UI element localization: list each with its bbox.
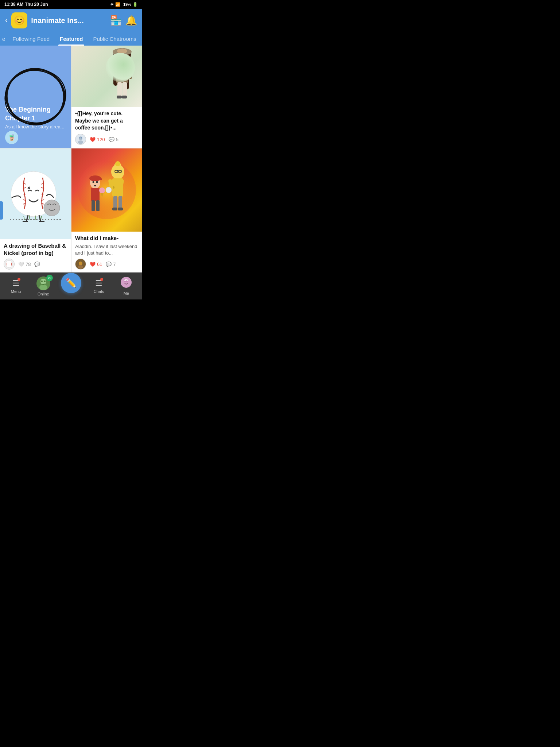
brightness-icon: ☀ xyxy=(110,2,114,7)
svg-point-37 xyxy=(115,161,120,166)
svg-point-69 xyxy=(44,280,46,282)
nav-menu[interactable]: ☰ Menu xyxy=(6,279,26,294)
nav-chats[interactable]: ☰ Chats xyxy=(89,279,109,294)
baseball-body: A drawing of Baseball & Nickel (proof in… xyxy=(0,239,71,272)
status-icons: ☀ 📶 19% 🔋 xyxy=(110,2,138,7)
svg-rect-48 xyxy=(118,208,123,210)
svg-point-67 xyxy=(39,285,47,290)
baseball-meta: 🤍 78 💬 xyxy=(4,259,67,270)
aladdin-comments: 💬 7 xyxy=(106,262,116,267)
svg-rect-45 xyxy=(113,196,117,209)
svg-point-56 xyxy=(94,185,96,186)
svg-rect-16 xyxy=(117,96,122,98)
chats-icon: ☰ xyxy=(95,279,102,288)
svg-point-64 xyxy=(78,265,83,269)
svg-point-59 xyxy=(99,187,105,193)
svg-point-0 xyxy=(4,67,67,126)
card-beginning[interactable]: The Beginning Chapter 1 As all know the … xyxy=(0,46,71,148)
svg-point-54 xyxy=(93,181,94,183)
svg-rect-60 xyxy=(92,200,95,211)
aladdin-image xyxy=(71,148,142,232)
svg-point-49 xyxy=(106,187,112,193)
svg-point-76 xyxy=(126,283,127,285)
card-aladdin[interactable]: What did I make- Aladdin. I saw it last … xyxy=(71,148,142,272)
me-avatar-icon xyxy=(121,277,132,290)
tab-partial[interactable]: e xyxy=(0,32,7,46)
battery-percent: 19% xyxy=(123,2,131,7)
svg-point-63 xyxy=(79,262,82,265)
feed-grid: The Beginning Chapter 1 As all know the … xyxy=(0,46,142,272)
header-icons: 🏪 🔔 xyxy=(110,15,137,26)
coffee-body: •{[]Hey, you're cute. Maybe we can get a… xyxy=(71,107,142,148)
svg-rect-73 xyxy=(124,281,128,282)
comment-icon: 💬 xyxy=(109,137,114,142)
pencil-icon: ✏️ xyxy=(66,278,77,288)
wifi-icon: 📶 xyxy=(115,2,120,7)
aladdin-avatar xyxy=(75,259,86,270)
charging-icon: 🔋 xyxy=(133,2,138,7)
aladdin-svg xyxy=(78,154,136,227)
status-time-date: 11:38 AM Thu 20 Jun xyxy=(4,2,48,7)
svg-rect-61 xyxy=(96,200,100,211)
heart-icon: ❤️ xyxy=(90,137,96,142)
aladdin-body: What did I make- Aladdin. I saw it last … xyxy=(71,232,142,272)
back-button[interactable]: ‹ xyxy=(5,16,8,25)
svg-point-23 xyxy=(79,136,82,140)
aladdin-desc: Aladdin. I saw it last weekend and I jus… xyxy=(75,243,139,256)
scroll-indicator xyxy=(0,201,3,220)
svg-point-26 xyxy=(81,138,82,139)
coffee-meta: ❤️ 120 💬 5 xyxy=(75,134,139,145)
svg-point-68 xyxy=(41,280,43,282)
baseball-characters-svg xyxy=(6,161,65,227)
shop-icon[interactable]: 🏪 xyxy=(110,15,122,26)
svg-point-75 xyxy=(125,283,126,284)
online-avatar-container: 29 xyxy=(36,276,51,291)
notification-bell-icon[interactable]: 🔔 xyxy=(125,15,137,26)
baseball-avatar xyxy=(4,259,15,270)
coffee-title: •{[]Hey, you're cute. Maybe we can get a… xyxy=(75,110,139,132)
baseball-likes: 🤍 78 xyxy=(18,262,31,267)
app-title: Inanimate Ins... xyxy=(31,16,106,25)
heart-red-icon: ❤️ xyxy=(90,262,96,267)
svg-rect-53 xyxy=(98,178,102,180)
tab-following-feed[interactable]: Following Feed xyxy=(7,32,55,46)
svg-point-31 xyxy=(44,200,60,216)
svg-rect-15 xyxy=(122,82,127,97)
coffee-image xyxy=(71,46,142,107)
nav-online[interactable]: 29 Online xyxy=(34,276,53,296)
svg-point-33 xyxy=(5,260,13,268)
svg-rect-17 xyxy=(122,96,127,98)
svg-rect-47 xyxy=(112,208,117,210)
scribble-svg xyxy=(0,60,71,133)
status-time: 11:38 AM xyxy=(4,2,23,7)
svg-point-77 xyxy=(127,283,128,284)
svg-point-24 xyxy=(78,140,83,144)
aladdin-likes: ❤️ 61 xyxy=(90,262,102,267)
tab-featured[interactable]: Featured xyxy=(55,32,88,46)
app-avatar: 😊 xyxy=(11,12,27,28)
menu-label: Menu xyxy=(11,289,21,294)
header: ‹ 😊 Inanimate Ins... 🏪 🔔 xyxy=(0,9,142,32)
card-baseball[interactable]: A drawing of Baseball & Nickel (proof in… xyxy=(0,148,71,272)
online-count-badge: 29 xyxy=(46,275,53,281)
baseball-image xyxy=(0,148,71,239)
menu-icon: ☰ xyxy=(12,279,20,288)
nav-me[interactable]: Me xyxy=(116,277,136,295)
compose-button[interactable]: ✏️ xyxy=(61,273,81,293)
status-date: Thu 20 Jun xyxy=(25,2,48,7)
tab-public-chatrooms[interactable]: Public Chatrooms xyxy=(88,32,141,46)
baseball-comments: 💬 xyxy=(34,262,40,267)
status-bar: 11:38 AM Thu 20 Jun ☀ 📶 19% 🔋 xyxy=(0,0,142,9)
coffee-comments: 💬 5 xyxy=(109,137,118,142)
chats-label: Chats xyxy=(94,289,104,294)
baseball-title: A drawing of Baseball & Nickel (proof in… xyxy=(4,242,67,256)
aladdin-meta: ❤️ 61 💬 7 xyxy=(75,259,139,270)
scribble-overlay xyxy=(0,60,71,133)
svg-rect-14 xyxy=(117,82,122,97)
bottom-navigation: ☰ Menu 29 xyxy=(0,272,142,299)
svg-point-4 xyxy=(0,60,71,133)
svg-point-3 xyxy=(0,63,71,131)
coffee-likes: ❤️ 120 xyxy=(90,137,105,142)
card-coffee[interactable]: •{[]Hey, you're cute. Maybe we can get a… xyxy=(71,46,142,148)
app-container: ‹ 😊 Inanimate Ins... 🏪 🔔 e Following Fee… xyxy=(0,9,142,299)
